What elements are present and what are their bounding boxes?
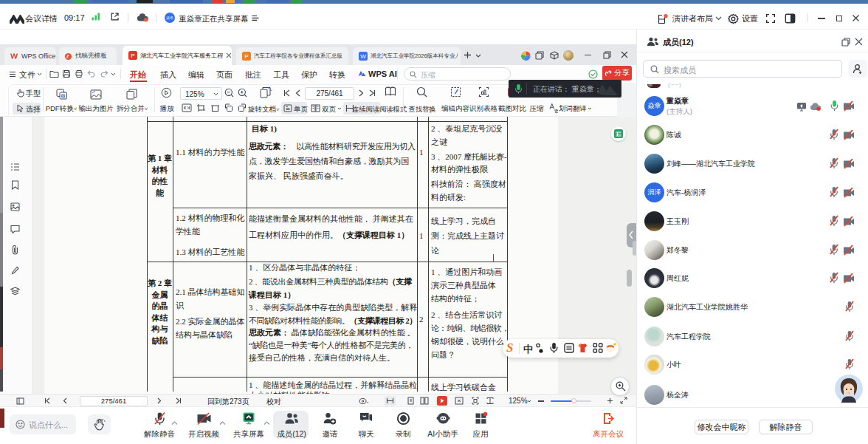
svg-text:W: W <box>62 94 65 98</box>
svg-text:P: P <box>131 52 134 59</box>
svg-text:P: P <box>244 53 248 60</box>
svg-text:W: W <box>360 53 366 60</box>
